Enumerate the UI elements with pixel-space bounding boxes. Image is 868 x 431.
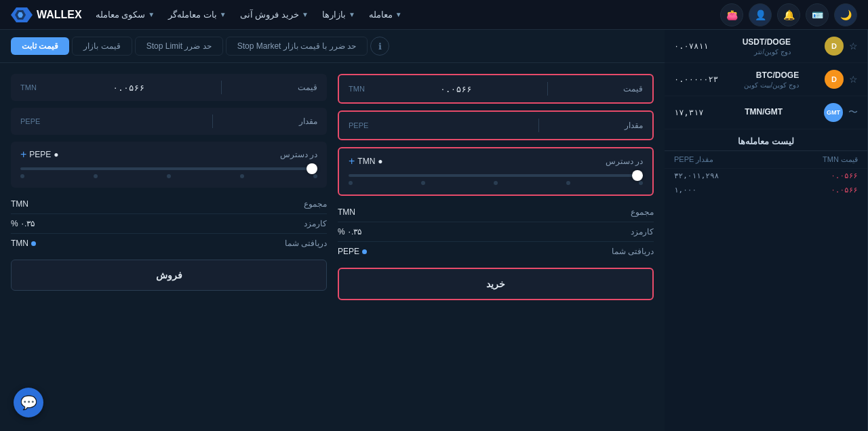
sell-totals: مجموع TMN کارمزد ۰.۳۵ % دریافتی شما (11, 194, 327, 253)
sell-total-row: مجموع TMN (11, 194, 327, 214)
moon-button[interactable]: 🌙 (834, 3, 857, 26)
sell-amount-currency: PEPE (20, 117, 40, 125)
tab-stop-market[interactable]: حد ضرر با قیمت بازار Stop Market (226, 37, 368, 56)
nav-markets[interactable]: ▼ بازارها (322, 9, 355, 20)
nav-trade[interactable]: ▼ معامله (369, 9, 402, 20)
buy-add-icon[interactable]: + (349, 155, 355, 167)
receive-dot (31, 241, 36, 246)
chevron-icon: ▼ (349, 11, 355, 18)
buy-receive-currency: PEPE (338, 247, 359, 256)
pair-item-usdt-doge[interactable]: ☆ D USDT/DOGE دوج کوین/تتر ۰.۰۷۸۱۱ (665, 30, 867, 63)
buy-slider-thumb[interactable] (632, 170, 643, 181)
chat-button[interactable]: 💬 (14, 388, 43, 417)
sell-fee-amount: ۰.۳۵ % (11, 219, 35, 228)
buy-total-value: TMN (338, 207, 355, 217)
buy-total-label: مجموع (631, 207, 654, 217)
id-button[interactable]: 🪪 (806, 3, 829, 26)
buy-form: قیمت ۰.۰۵۶۶ TMN مقدار PEPE در دسترس (338, 74, 654, 300)
col-amount: مقدار PEPE (674, 155, 713, 164)
nav-bot[interactable]: ▼ بات معامله‌گر (168, 9, 226, 20)
chevron-icon: ▼ (220, 11, 226, 18)
nav-menu: ▼ معامله ▼ بازارها ▼ خرید فروش آنی ▼ بات… (11, 7, 402, 22)
nav-platform[interactable]: ▼ سکوی معامله (96, 9, 155, 20)
chevron-icon: ▼ (395, 11, 402, 18)
sell-amount-row: مقدار PEPE (11, 108, 327, 135)
buy-slider-row: در دسترس ● TMN + (338, 147, 654, 196)
slider-tick (566, 181, 570, 185)
buy-slider-track[interactable] (349, 174, 643, 177)
sell-price-value[interactable]: ۰.۰۵۶۶ (113, 83, 144, 93)
tab-market-price[interactable]: قیمت بازار (72, 37, 132, 56)
slider-tick (639, 181, 643, 185)
pair-name: USDT/DOGE (743, 37, 791, 47)
main-layout: ☆ D USDT/DOGE دوج کوین/تتر ۰.۰۷۸۱۱ ☆ D B… (0, 30, 868, 431)
sell-available-currency: PEPE (29, 150, 51, 159)
trade-list-cols: قیمت TMN مقدار PEPE (665, 151, 867, 169)
buy-amount-row: مقدار PEPE (338, 110, 654, 140)
pair-name: TMN/GMT (745, 107, 783, 117)
gmt-icon: GMT (824, 103, 843, 122)
logo[interactable]: WALLEX (11, 7, 82, 22)
sell-slider-thumb[interactable] (307, 163, 317, 174)
sell-total-value: TMN (11, 199, 28, 209)
divider (212, 115, 213, 128)
trade-price: ۰.۰۵۶۶ (831, 171, 858, 180)
buy-total-row: مجموع TMN (338, 203, 654, 222)
sell-form: قیمت ۰.۰۵۶۶ TMN مقدار PEPE در دسترس (11, 74, 327, 300)
trade-row: ۰.۰۵۶۶ ۳۲,۰۱۱,۲۹۸ (665, 169, 867, 183)
buy-available-icon: ● (378, 157, 382, 166)
pair-desc: دوج کوین/بیت کوین (744, 81, 799, 89)
pair-desc: دوج کوین/تتر (743, 48, 791, 56)
logo-icon (11, 7, 33, 22)
tab-bar: ℹ حد ضرر با قیمت بازار Stop Market حد ضر… (0, 30, 665, 63)
sell-total-currency: TMN (11, 199, 28, 209)
buy-amount-currency: PEPE (349, 121, 368, 129)
sell-fee-value: ۰.۳۵ % (11, 219, 35, 228)
col-price: قیمت TMN (823, 155, 858, 164)
user-button[interactable]: 👤 (749, 3, 772, 26)
sell-amount-label: مقدار (299, 117, 317, 126)
pair-item-tmn-gmt[interactable]: 〜 GMT TMN/GMT ۱۷,۳۱۷ (665, 96, 867, 129)
buy-price-currency: TMN (349, 85, 365, 93)
chevron-icon: ▼ (302, 11, 309, 18)
star-icon[interactable]: ☆ (849, 41, 858, 52)
star-icon[interactable]: ☆ (849, 74, 858, 85)
trade-list-header: لیست معامله‌ها (665, 129, 867, 151)
receive-dot (362, 249, 367, 254)
pair-price: ۰.۰۰۰۰۰۲۳ (674, 75, 718, 84)
slider-tick (313, 174, 317, 178)
buy-amount-label: مقدار (625, 121, 643, 130)
wallet-button[interactable]: 👛 (720, 3, 743, 26)
chat-icon: 💬 (20, 394, 37, 411)
buy-price-value[interactable]: ۰.۰۵۶۶ (440, 84, 472, 94)
nav-icons: 🌙 🪪 🔔 👤 👛 (720, 3, 857, 26)
sell-available-icon: ● (54, 150, 58, 159)
buy-receive-label: دریافتی شما (612, 247, 654, 256)
sell-fee-label: کارمزد (304, 219, 327, 228)
sell-submit-button[interactable]: فروش (11, 260, 327, 291)
nav-instant[interactable]: ▼ خرید فروش آنی (240, 9, 309, 20)
buy-receive-row: دریافتی شما PEPE (338, 242, 654, 261)
tab-stop-limit[interactable]: حد ضرر Stop Limit (135, 37, 223, 56)
buy-fee-amount: ۰.۳۵ % (338, 227, 361, 237)
trend-icon[interactable]: 〜 (848, 106, 858, 119)
bell-button[interactable]: 🔔 (777, 3, 800, 26)
btc-icon: D (825, 70, 844, 89)
info-button[interactable]: ℹ (370, 37, 389, 56)
sell-slider-track[interactable] (20, 167, 317, 170)
slider-tick (167, 174, 171, 178)
divider (221, 81, 222, 94)
buy-receive-value: PEPE (338, 247, 367, 256)
divider (547, 82, 548, 96)
sell-add-icon[interactable]: + (20, 148, 26, 161)
sell-receive-currency: TMN (11, 239, 28, 248)
slider-tick (494, 181, 498, 185)
sell-price-label: قیمت (298, 83, 317, 92)
tab-fixed-price[interactable]: قیمت ثابت (11, 37, 69, 55)
pair-item-btc-doge[interactable]: ☆ D BTC/DOGE دوج کوین/بیت کوین ۰.۰۰۰۰۰۲۳ (665, 63, 867, 96)
slider-tick (349, 181, 353, 185)
slider-tick (94, 174, 98, 178)
buy-submit-button[interactable]: خرید (338, 268, 654, 300)
sell-price-currency: TMN (20, 83, 37, 91)
buy-fee-row: کارمزد ۰.۳۵ % (338, 222, 654, 242)
